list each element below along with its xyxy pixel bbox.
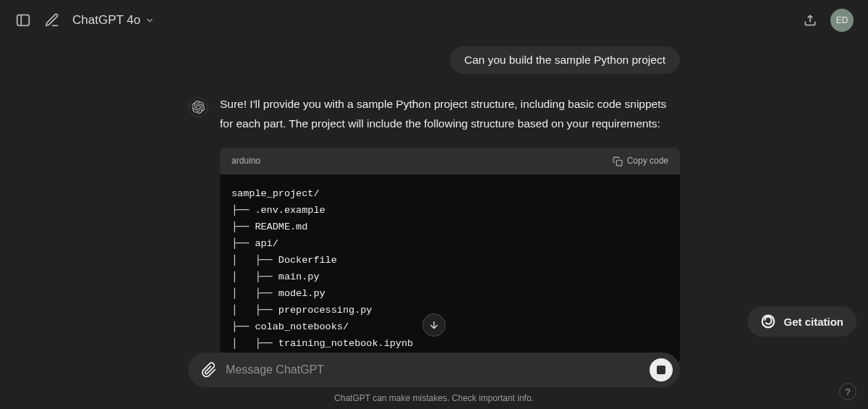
main-area: Can you build the sample Python project … <box>0 41 868 409</box>
new-chat-button[interactable] <box>43 12 61 29</box>
input-container: ChatGPT can make mistakes. Check importa… <box>166 353 702 403</box>
input-area: ChatGPT can make mistakes. Check importa… <box>0 353 868 409</box>
stop-generating-button[interactable] <box>650 358 673 381</box>
user-message: Can you build the sample Python project <box>188 46 680 74</box>
scroll-to-bottom-button[interactable] <box>422 313 446 337</box>
citation-label: Get citation <box>783 316 843 328</box>
share-button[interactable] <box>801 12 819 29</box>
get-citation-button[interactable]: Get citation <box>747 306 856 337</box>
assistant-avatar <box>188 97 208 117</box>
assistant-text: Sure! I'll provide you with a sample Pyt… <box>220 94 680 133</box>
code-language-label: arduino <box>231 153 260 169</box>
user-avatar[interactable]: ED <box>830 9 854 32</box>
header-right: ED <box>801 9 854 32</box>
model-selector[interactable]: ChatGPT 4o <box>72 13 155 28</box>
user-bubble: Can you build the sample Python project <box>450 46 680 74</box>
arrow-down-icon <box>428 319 440 331</box>
copy-code-button[interactable]: Copy code <box>613 153 668 169</box>
svg-rect-3 <box>616 160 622 166</box>
code-block: arduino Copy code sample_project/ ├── .e… <box>220 148 680 363</box>
code-header: arduino Copy code <box>220 148 680 174</box>
openai-logo-icon <box>192 101 205 114</box>
copy-icon <box>613 156 623 166</box>
disclaimer-text: ChatGPT can make mistakes. Check importa… <box>188 387 680 403</box>
copy-code-label: Copy code <box>627 153 668 169</box>
citation-icon <box>760 313 776 329</box>
svg-rect-0 <box>17 15 30 26</box>
avatar-initials: ED <box>836 15 848 25</box>
input-wrapper <box>188 353 680 387</box>
message-input[interactable] <box>226 363 641 376</box>
app-header: ChatGPT 4o ED <box>0 0 868 41</box>
stop-icon <box>657 366 665 374</box>
chevron-down-icon <box>145 15 155 25</box>
assistant-content: Sure! I'll provide you with a sample Pyt… <box>220 94 680 364</box>
header-left: ChatGPT 4o <box>14 12 155 29</box>
paperclip-icon <box>201 362 217 378</box>
help-label: ? <box>845 387 850 397</box>
code-body: sample_project/ ├── .env.example ├── REA… <box>220 174 680 363</box>
toggle-sidebar-button[interactable] <box>14 12 32 29</box>
attach-file-button[interactable] <box>201 362 217 378</box>
help-button[interactable]: ? <box>839 383 856 400</box>
model-name: ChatGPT 4o <box>72 13 140 28</box>
